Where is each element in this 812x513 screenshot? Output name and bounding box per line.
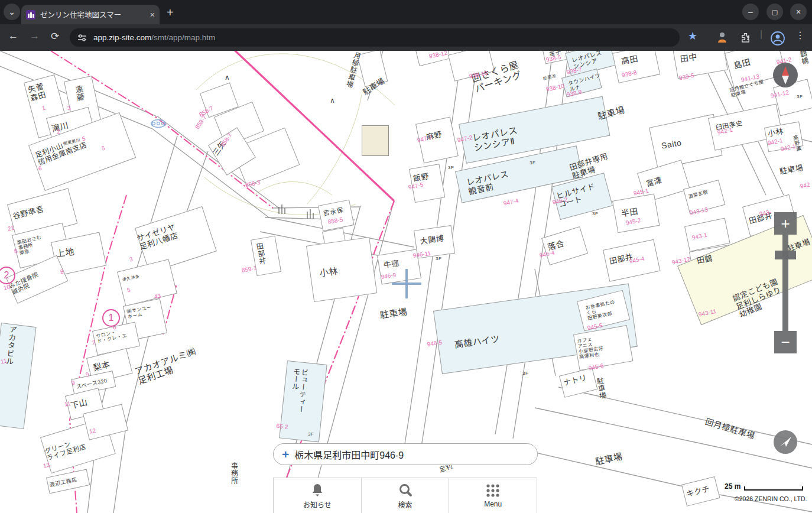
nav-item-notifications[interactable]: お知らせ bbox=[274, 478, 362, 513]
extensions-puzzle-icon[interactable] bbox=[740, 31, 752, 44]
nav-label: お知らせ bbox=[303, 499, 332, 509]
compass-needle-icon bbox=[773, 63, 798, 87]
back-button[interactable]: ← bbox=[8, 30, 18, 42]
app-window: 矢菅 森田遠藤滝川側東美川足利小山 信用金庫南支店谷野準吾栗田おさむ 事務所 栗… bbox=[0, 0, 812, 513]
parcel-number: 10 bbox=[3, 284, 11, 291]
circled-route-number: 1 bbox=[102, 309, 120, 327]
address-search-bar[interactable]: + 栃木県足利市田中町946-9 bbox=[273, 443, 538, 465]
zoom-slider-handle[interactable] bbox=[775, 251, 796, 259]
zoom-in-button[interactable]: + bbox=[774, 212, 797, 235]
map-label: カフェ アニス 小座野広好 高澤利也 bbox=[577, 336, 605, 360]
tab-search-chevron-button[interactable]: ⌄ bbox=[4, 4, 20, 20]
window-restore-button[interactable]: ▢ bbox=[766, 4, 783, 20]
parcel-number: 21 bbox=[7, 225, 15, 232]
url-domain: app.zip-site.com bbox=[93, 33, 151, 42]
scale-label: 25 m bbox=[725, 482, 740, 491]
parcel-number: 13 bbox=[43, 462, 50, 469]
map-label: ビューティー モール bbox=[288, 368, 307, 413]
browser-tab[interactable]: ゼンリン住宅地図スマー × bbox=[21, 5, 160, 24]
map-label: ∧ bbox=[225, 74, 230, 82]
search-address-value: 栃木県足利市田中町946-9 bbox=[294, 447, 404, 462]
nav-label: 検索 bbox=[398, 499, 413, 509]
profile-avatar-icon[interactable] bbox=[770, 31, 785, 46]
menu-grid-icon bbox=[485, 483, 501, 498]
parcel-number: 43 bbox=[154, 293, 161, 300]
map-label: 3F bbox=[797, 95, 803, 100]
map-label: 事務所 bbox=[229, 462, 237, 485]
zoom-slider-track[interactable] bbox=[782, 235, 788, 331]
browser-tab-strip: ⌄ ゼンリン住宅地図スマー × + – ▢ × bbox=[0, 0, 812, 24]
map-label: 3F bbox=[592, 212, 598, 217]
parcel-number: 11 bbox=[64, 400, 71, 408]
window-minimize-button[interactable]: – bbox=[742, 4, 759, 20]
new-tab-button[interactable]: + bbox=[167, 6, 174, 20]
browser-menu-kebab-icon[interactable]: ⋮ bbox=[795, 30, 805, 41]
map-copyright: ©2026 ZENRIN CO., LTD. bbox=[735, 495, 807, 502]
url-bar[interactable]: app.zip-site.com/smt/app/map.htm bbox=[70, 28, 680, 47]
map-building bbox=[306, 237, 377, 302]
toolbar-divider: | bbox=[760, 29, 762, 40]
parcel-number: 65-2 bbox=[276, 423, 288, 430]
search-icon bbox=[398, 482, 413, 498]
bookmark-star-icon[interactable]: ★ bbox=[688, 30, 697, 43]
nav-item-search[interactable]: 検索 bbox=[362, 478, 450, 513]
parcel-number: 11 bbox=[0, 358, 7, 365]
zoom-out-button[interactable]: − bbox=[774, 331, 797, 353]
parcel-number: 12 bbox=[89, 427, 96, 435]
tab-close-icon[interactable]: × bbox=[150, 10, 155, 20]
window-close-button[interactable]: × bbox=[790, 4, 807, 20]
map-scale: 25 m bbox=[725, 482, 803, 491]
locate-button[interactable] bbox=[774, 430, 797, 454]
zenrin-favicon-icon bbox=[26, 10, 35, 20]
nav-label: Menu bbox=[484, 500, 502, 508]
map-label: 3F bbox=[436, 256, 441, 262]
map-building bbox=[362, 125, 389, 156]
bell-icon bbox=[310, 482, 325, 498]
scale-bar bbox=[744, 486, 803, 491]
extension-avatar-icon[interactable] bbox=[716, 31, 728, 44]
map-label: 3F bbox=[448, 165, 454, 171]
locate-arrow-icon bbox=[774, 430, 797, 454]
nav-item-menu[interactable]: Menu bbox=[449, 478, 537, 513]
forward-button[interactable]: → bbox=[30, 30, 40, 42]
reload-button[interactable]: ⟳ bbox=[51, 30, 59, 43]
url-path: /smt/app/map.htm bbox=[151, 33, 215, 42]
compass-button[interactable] bbox=[773, 63, 798, 87]
browser-toolbar: ← → ⟳ app.zip-site.com/smt/app/map.htm ★… bbox=[0, 24, 812, 51]
map-label: ∧ bbox=[330, 97, 335, 105]
map-center-cross-icon bbox=[405, 269, 408, 298]
site-info-icon[interactable] bbox=[77, 33, 87, 43]
map-label: 3F bbox=[308, 432, 314, 437]
bottom-navigation: お知らせ 検索 Menu bbox=[273, 478, 537, 513]
map-label: 3F bbox=[530, 161, 535, 166]
map-label: 3F bbox=[522, 371, 528, 376]
tab-title: ゼンリン住宅地図スマー bbox=[40, 9, 147, 20]
plus-icon: + bbox=[282, 447, 289, 462]
